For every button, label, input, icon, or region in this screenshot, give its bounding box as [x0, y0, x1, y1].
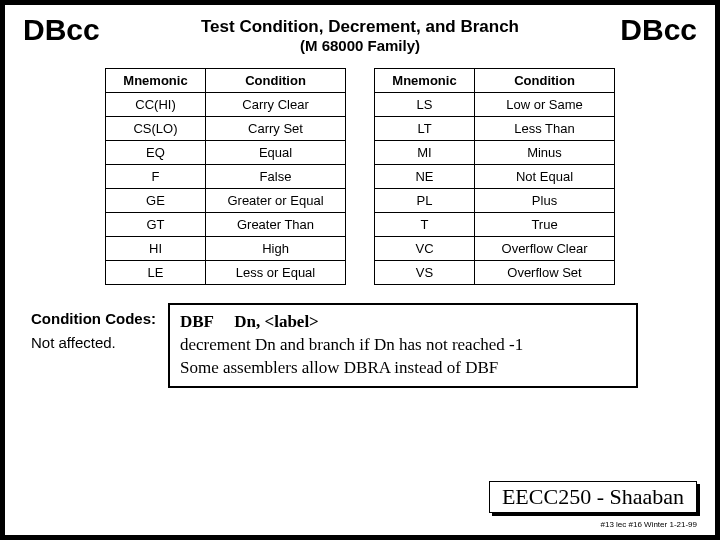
condition-table-left: Mnemonic Condition CC(HI)Carry Clear CS(…: [105, 68, 346, 285]
note-args: Dn, <label>: [234, 312, 319, 331]
note-line-3: Some assemblers allow DBRA instead of DB…: [180, 357, 626, 380]
mnemonic-right: DBcc: [620, 13, 697, 47]
table-row: GTGreater Than: [106, 213, 346, 237]
cell-condition: True: [475, 213, 615, 237]
table-header-row: Mnemonic Condition: [375, 69, 615, 93]
table-row: NENot Equal: [375, 165, 615, 189]
page-title: Test Condition, Decrement, and Branch: [100, 17, 621, 37]
cell-mnemonic: LE: [106, 261, 206, 285]
table-header-row: Mnemonic Condition: [106, 69, 346, 93]
cell-mnemonic: NE: [375, 165, 475, 189]
cell-condition: Plus: [475, 189, 615, 213]
cell-mnemonic: MI: [375, 141, 475, 165]
cell-mnemonic: VC: [375, 237, 475, 261]
cell-mnemonic: F: [106, 165, 206, 189]
cc-label: Condition Codes:: [31, 307, 156, 331]
note-opcode: DBF: [180, 311, 230, 334]
cell-mnemonic: CC(HI): [106, 93, 206, 117]
cell-condition: Equal: [206, 141, 346, 165]
cell-condition: Less or Equal: [206, 261, 346, 285]
header-mnemonic: Mnemonic: [375, 69, 475, 93]
note-box: DBF Dn, <label> decrement Dn and branch …: [168, 303, 638, 388]
header-condition: Condition: [475, 69, 615, 93]
table-row: VCOverflow Clear: [375, 237, 615, 261]
cell-condition: Low or Same: [475, 93, 615, 117]
cell-condition: High: [206, 237, 346, 261]
cell-mnemonic: T: [375, 213, 475, 237]
table-row: HIHigh: [106, 237, 346, 261]
cell-condition: Carry Set: [206, 117, 346, 141]
cell-mnemonic: GE: [106, 189, 206, 213]
footer-tiny: #13 lec #16 Winter 1-21-99: [601, 520, 698, 529]
footer-box: EECC250 - Shaaban: [489, 481, 697, 513]
cell-condition: Greater Than: [206, 213, 346, 237]
condition-table-right: Mnemonic Condition LSLow or Same LTLess …: [374, 68, 615, 285]
cell-mnemonic: GT: [106, 213, 206, 237]
cell-mnemonic: LT: [375, 117, 475, 141]
cell-condition: Overflow Clear: [475, 237, 615, 261]
table-row: CS(LO)Carry Set: [106, 117, 346, 141]
condition-codes-labels: Condition Codes: Not affected.: [31, 303, 168, 355]
table-row: FFalse: [106, 165, 346, 189]
cell-mnemonic: LS: [375, 93, 475, 117]
cell-mnemonic: PL: [375, 189, 475, 213]
tables-row: Mnemonic Condition CC(HI)Carry Clear CS(…: [5, 68, 715, 285]
cell-mnemonic: CS(LO): [106, 117, 206, 141]
table-row: VSOverflow Set: [375, 261, 615, 285]
table-row: LSLow or Same: [375, 93, 615, 117]
cell-condition: Not Equal: [475, 165, 615, 189]
table-row: LTLess Than: [375, 117, 615, 141]
table-row: CC(HI)Carry Clear: [106, 93, 346, 117]
cell-condition: False: [206, 165, 346, 189]
cell-mnemonic: EQ: [106, 141, 206, 165]
cell-mnemonic: VS: [375, 261, 475, 285]
table-row: PLPlus: [375, 189, 615, 213]
header: DBcc Test Condition, Decrement, and Bran…: [5, 5, 715, 54]
header-mnemonic: Mnemonic: [106, 69, 206, 93]
cc-value: Not affected.: [31, 331, 156, 355]
footer-text: EECC250 - Shaaban: [502, 484, 684, 509]
table-row: MIMinus: [375, 141, 615, 165]
table-row: TTrue: [375, 213, 615, 237]
table-row: GEGreater or Equal: [106, 189, 346, 213]
slide-page: DBcc Test Condition, Decrement, and Bran…: [4, 4, 716, 536]
cell-mnemonic: HI: [106, 237, 206, 261]
page-subtitle: (M 68000 Family): [100, 37, 621, 54]
title-block: Test Condition, Decrement, and Branch (M…: [100, 13, 621, 54]
cell-condition: Greater or Equal: [206, 189, 346, 213]
cell-condition: Overflow Set: [475, 261, 615, 285]
table-row: EQEqual: [106, 141, 346, 165]
header-condition: Condition: [206, 69, 346, 93]
mnemonic-left: DBcc: [23, 13, 100, 47]
table-row: LELess or Equal: [106, 261, 346, 285]
note-line-1: DBF Dn, <label>: [180, 311, 626, 334]
note-line-2: decrement Dn and branch if Dn has not re…: [180, 334, 626, 357]
cell-condition: Carry Clear: [206, 93, 346, 117]
condition-codes-row: Condition Codes: Not affected. DBF Dn, <…: [5, 303, 715, 388]
cell-condition: Less Than: [475, 117, 615, 141]
cell-condition: Minus: [475, 141, 615, 165]
